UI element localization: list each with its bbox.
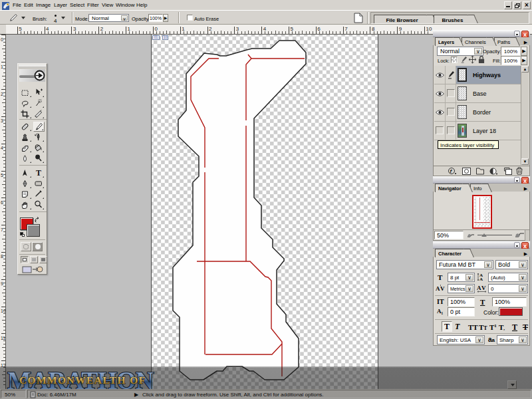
svg-text:0: 0	[154, 26, 158, 32]
svg-text:V: V	[481, 285, 486, 291]
svg-text:V: V	[440, 285, 445, 292]
svg-text:8: 8	[372, 26, 375, 32]
svg-text:7: 7	[1, 227, 3, 232]
svg-text:3: 3	[73, 26, 76, 32]
svg-text:A: A	[479, 277, 483, 281]
svg-text:3: 3	[236, 26, 239, 32]
svg-text:f: f	[450, 168, 453, 174]
svg-text:5: 5	[19, 26, 22, 32]
svg-text:5: 5	[1, 173, 3, 178]
svg-text:10: 10	[426, 26, 432, 32]
svg-text:4: 4	[46, 26, 49, 32]
svg-text:9: 9	[399, 26, 402, 32]
svg-text:11: 11	[1, 336, 5, 340]
svg-text:1: 1	[1, 65, 3, 69]
svg-text:1: 1	[182, 26, 185, 32]
svg-text:3: 3	[1, 118, 3, 123]
svg-text:2: 2	[100, 26, 104, 32]
svg-text:2: 2	[209, 26, 212, 32]
svg-text:A: A	[477, 285, 481, 291]
svg-text:0: 0	[1, 37, 3, 42]
svg-text:7: 7	[344, 26, 348, 32]
svg-text:A: A	[436, 285, 440, 292]
svg-text:10: 10	[1, 309, 6, 313]
svg-text:6: 6	[317, 26, 321, 32]
svg-text:9: 9	[1, 281, 3, 286]
svg-text:4: 4	[1, 146, 3, 150]
svg-text:4: 4	[263, 26, 267, 32]
svg-text:5: 5	[291, 26, 294, 32]
svg-text:8: 8	[1, 254, 3, 259]
svg-text:1: 1	[128, 26, 131, 32]
svg-text:T: T	[36, 168, 41, 177]
svg-text:6: 6	[1, 200, 3, 205]
svg-text:2: 2	[1, 92, 3, 96]
svg-text:COMMONWEALTH OF: COMMONWEALTH OF	[19, 374, 146, 386]
